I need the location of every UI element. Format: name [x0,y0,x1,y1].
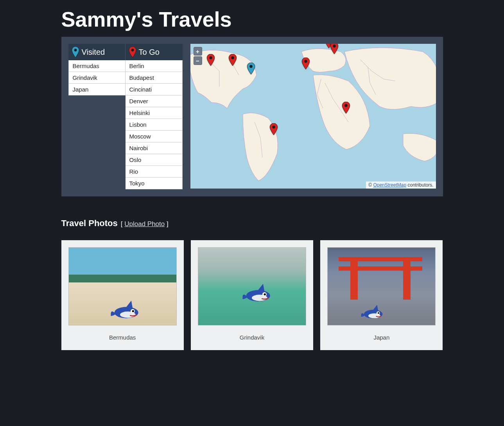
svg-point-3 [250,65,253,68]
zoom-out-button[interactable]: − [194,56,202,65]
photo-caption: Japan [327,334,436,341]
upload-bracket-close: ] [165,220,168,228]
visited-item[interactable]: Japan [68,84,126,95]
photo-card: Japan [320,240,443,350]
attr-suffix: contributors. [406,182,433,188]
togo-item[interactable]: Rio [126,166,183,178]
visited-pin-icon [72,47,79,58]
visited-header-label: Visited [82,48,105,57]
visited-header: Visited [68,44,126,60]
upload-bracket-open: [ [121,220,124,228]
page-title: Sammy's Travels [61,0,443,37]
photo-grid: BermudasGrindavikJapan [61,240,443,350]
zoom-in-button[interactable]: + [194,47,202,56]
shark-mascot-icon [109,298,145,320]
svg-point-0 [74,49,77,52]
togo-item[interactable]: Denver [126,95,183,107]
svg-point-1 [131,49,134,52]
svg-point-10 [345,104,348,107]
photo-card: Grindavik [191,240,313,350]
togo-list: BerlinBudapestCincinatiDenverHelsinkiLis… [126,60,183,189]
togo-column: To Go BerlinBudapestCincinatiDenverHelsi… [126,44,183,189]
togo-map-pin-icon[interactable] [330,44,339,54]
togo-header-label: To Go [139,48,160,57]
torii-icon [339,257,423,300]
togo-map-pin-icon[interactable] [301,58,310,69]
svg-point-6 [304,60,307,63]
visited-item[interactable]: Grindavik [68,72,126,84]
photo-caption: Grindavik [198,334,306,341]
togo-map-pin-icon[interactable] [228,54,237,66]
togo-item[interactable]: Lisbon [126,119,183,131]
visited-item[interactable]: Bermudas [68,60,126,72]
togo-item[interactable]: Oslo [126,154,183,166]
photo-image[interactable] [68,247,177,325]
togo-item[interactable]: Berlin [126,60,183,72]
photos-heading: Travel Photos [61,218,118,228]
svg-point-5 [231,56,234,59]
zoom-controls: + − [194,47,202,65]
togo-map-pin-icon[interactable] [342,102,350,113]
svg-point-11 [272,126,275,128]
svg-point-9 [333,45,335,47]
location-lists: Visited BermudasGrindavikJapan To Go Ber… [68,44,183,189]
togo-item[interactable]: Moscow [126,131,183,142]
svg-point-19 [264,293,266,295]
osm-link[interactable]: OpenStreetMap [373,182,406,188]
map-svg [190,44,436,189]
map-attribution: © OpenStreetMap contributors. [366,182,436,189]
map-panel: Visited BermudasGrindavikJapan To Go Ber… [61,37,443,196]
visited-column: Visited BermudasGrindavikJapan [68,44,126,95]
svg-point-4 [209,56,212,59]
shark-mascot-icon [241,282,276,304]
upload-wrapper: [ Upload Photo ] [121,220,169,228]
togo-item[interactable]: Tokyo [126,178,183,189]
photos-header: Travel Photos [ Upload Photo ] [61,218,443,228]
togo-item[interactable]: Cincinati [126,84,183,95]
togo-item[interactable]: Helsinki [126,107,183,119]
photo-card: Bermudas [61,240,184,350]
svg-point-23 [378,312,379,314]
shark-mascot-icon [360,303,387,320]
togo-item[interactable]: Budapest [126,72,183,84]
upload-photo-link[interactable]: Upload Photo [124,220,165,228]
photo-image[interactable] [198,247,306,325]
photo-caption: Bermudas [68,334,177,341]
world-map[interactable]: + − © OpenStreetMap contributors. [190,44,436,189]
svg-point-15 [132,310,134,312]
visited-list: BermudasGrindavikJapan [68,60,126,95]
photo-image[interactable] [327,247,436,325]
togo-item[interactable]: Nairobi [126,142,183,154]
attr-prefix: © [368,182,373,188]
togo-pin-icon [129,47,136,58]
togo-map-pin-icon[interactable] [269,123,278,135]
togo-header: To Go [126,44,183,60]
togo-map-pin-icon[interactable] [206,54,215,66]
visited-map-pin-icon[interactable] [247,63,255,74]
